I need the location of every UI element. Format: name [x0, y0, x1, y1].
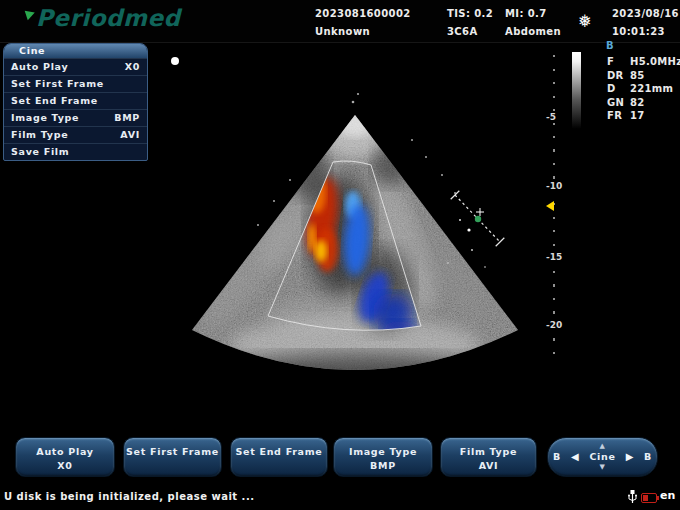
- cine-prev-icon[interactable]: ◀: [571, 451, 579, 463]
- mode-indicator: B: [606, 40, 614, 51]
- logo-play-icon: [25, 8, 37, 20]
- date-display: 2023/08/16: [612, 8, 679, 19]
- menu-item-auto-play[interactable]: Auto Play X0: [4, 58, 147, 75]
- brand-logo: Periodmed: [36, 5, 180, 31]
- menu-item-image-type[interactable]: Image Type BMP: [4, 109, 147, 126]
- top-bar: Periodmed 2023081600002 Unknown TIS: 0.2…: [0, 0, 680, 43]
- cine-context-menu: Cine Auto Play X0 Set First Frame Set En…: [3, 43, 148, 161]
- ultrasound-screen: { "header": { "logo_text": "Periodmed", …: [0, 0, 680, 510]
- status-message: U disk is being initialized, please wait…: [4, 491, 255, 502]
- param-frequency: FH5.0MHz: [607, 55, 680, 69]
- param-dynamic-range: DR85: [607, 69, 680, 83]
- depth-label-5: -5: [546, 112, 566, 123]
- freeze-snowflake-icon: ❅: [578, 11, 592, 31]
- time-display: 10:01:23: [612, 26, 665, 37]
- patient-name: Unknown: [315, 26, 370, 37]
- usb-device-icon: [627, 489, 638, 505]
- caliper-handle-dot[interactable]: [475, 216, 481, 222]
- probe-orientation-marker: [171, 57, 179, 65]
- battery-low-icon: [641, 493, 657, 503]
- menu-item-film-type[interactable]: Film Type AVI: [4, 126, 147, 143]
- depth-label-20: -20: [546, 320, 566, 331]
- menu-item-set-first-frame[interactable]: Set First Frame: [4, 75, 147, 92]
- grayscale-map-bar: [572, 52, 581, 132]
- image-parameters: FH5.0MHz DR85 D221mm GN82 FR17: [607, 55, 680, 123]
- softkey-set-end-frame[interactable]: Set End Frame: [230, 437, 328, 477]
- measurement-caliper[interactable]: [451, 191, 505, 246]
- softkey-set-first-frame[interactable]: Set First Frame: [123, 437, 222, 477]
- menu-title: Cine: [4, 44, 147, 58]
- param-frame-rate: FR17: [607, 109, 680, 123]
- cine-down-icon[interactable]: ▼: [599, 464, 605, 471]
- softkey-image-type[interactable]: Image Type BMP: [333, 437, 433, 477]
- mode-right-label[interactable]: B: [644, 451, 652, 463]
- cine-next-icon[interactable]: ▶: [626, 451, 634, 463]
- mi-value: MI: 0.7: [505, 8, 547, 19]
- preset-name: Abdomen: [505, 26, 561, 37]
- tis-value: TIS: 0.2: [447, 8, 493, 19]
- param-gain: GN82: [607, 96, 680, 110]
- language-indicator[interactable]: en: [660, 489, 675, 502]
- cine-mode-switcher[interactable]: ▲ B ◀ Cine ▶ B ▼: [547, 437, 658, 477]
- cine-label: Cine: [589, 451, 615, 463]
- mode-left-label[interactable]: B: [553, 451, 561, 463]
- param-depth: D221mm: [607, 82, 680, 96]
- menu-item-save-film[interactable]: Save Film: [4, 143, 147, 160]
- focus-position-marker[interactable]: [546, 201, 554, 211]
- softkey-auto-play[interactable]: Auto Play X0: [15, 437, 115, 477]
- probe-name: 3C6A: [447, 26, 478, 37]
- cine-up-icon[interactable]: ▲: [599, 443, 605, 450]
- exam-id: 2023081600002: [315, 8, 411, 19]
- caliper-cross-cursor[interactable]: [476, 208, 484, 216]
- ultrasound-image[interactable]: [150, 45, 570, 395]
- menu-item-set-end-frame[interactable]: Set End Frame: [4, 92, 147, 109]
- depth-label-15: -15: [546, 252, 566, 263]
- softkey-film-type[interactable]: Film Type AVI: [440, 437, 537, 477]
- depth-label-10: -10: [546, 181, 566, 192]
